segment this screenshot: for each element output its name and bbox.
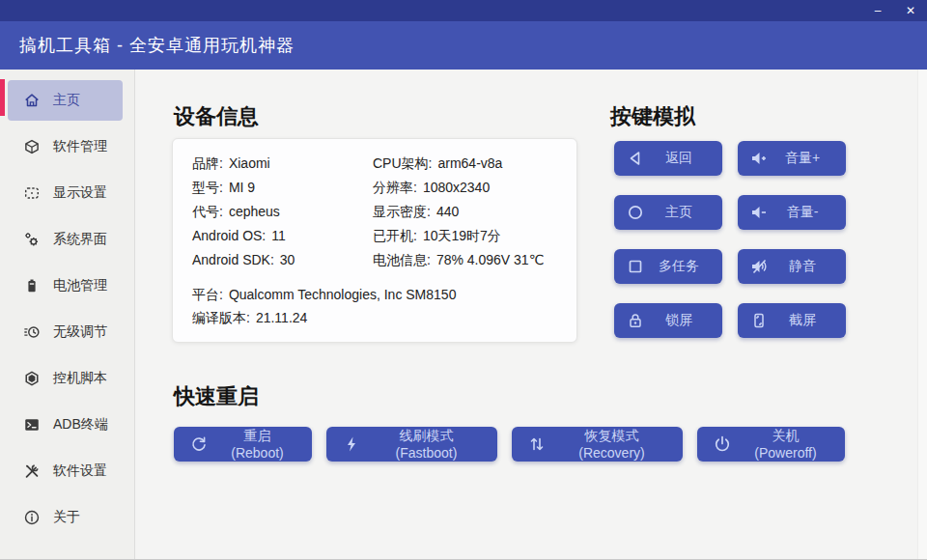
back-icon (626, 149, 645, 168)
battery-icon (23, 277, 41, 294)
sidebar-item-stepless-tuning[interactable]: 无级调节 (0, 309, 134, 355)
recents-icon (626, 257, 645, 276)
device-field-battery-info: 电池信息:78% 4.096V 31℃ (373, 248, 557, 272)
sidebar-item-label: 系统界面 (53, 231, 107, 248)
gears-icon (23, 231, 41, 248)
sidebar-item-battery[interactable]: 电池管理 (0, 263, 134, 309)
app-title: 搞机工具箱 - 全安卓通用玩机神器 (19, 34, 295, 57)
minimize-button[interactable]: – (861, 0, 894, 21)
app-window: – ✕ 搞机工具箱 - 全安卓通用玩机神器 主页 软件管理 (0, 0, 927, 560)
display-icon (23, 184, 41, 202)
volume-up-button[interactable]: 音量+ (738, 141, 846, 176)
tune-clock-icon (23, 323, 41, 341)
sidebar-item-app-settings[interactable]: 软件设置 (0, 448, 134, 494)
sidebar-item-app-manage[interactable]: 软件管理 (0, 124, 134, 170)
reboot-button[interactable]: 重启(Reboot) (174, 427, 312, 462)
back-button[interactable]: 返回 (614, 141, 722, 176)
volume-minus-icon (749, 203, 769, 222)
key-sim-grid: 返回 音量+ 主页 音量- 多任务 (614, 141, 846, 338)
device-field-android-sdk: Android SDK:30 (192, 248, 373, 272)
lock-icon (626, 311, 645, 330)
device-field-resolution: 分辨率:1080x2340 (373, 176, 557, 200)
device-field-cpu: CPU架构:arm64-v8a (373, 152, 557, 176)
sidebar-item-about[interactable]: 关于 (0, 494, 134, 541)
sidebar-item-display-settings[interactable]: 显示设置 (0, 170, 134, 216)
info-icon (23, 509, 41, 526)
sidebar-item-label: 显示设置 (53, 184, 107, 202)
mute-button[interactable]: 静音 (738, 249, 846, 284)
device-field-android-os: Android OS:11 (192, 224, 373, 248)
mute-icon (749, 257, 769, 276)
sidebar-item-label: 软件设置 (53, 462, 107, 480)
active-item-accent (0, 79, 5, 116)
poweroff-icon (713, 434, 732, 454)
sidebar-item-control-script[interactable]: 控机脚本 (0, 355, 134, 402)
device-field-codename: 代号:cepheus (192, 200, 373, 224)
sidebar-item-label: 主页 (53, 92, 80, 109)
device-field-density: 显示密度:440 (373, 200, 557, 224)
vertical-scrollbar[interactable] (917, 70, 927, 559)
close-button[interactable]: ✕ (894, 0, 927, 21)
device-field-build-version: 编译版本:21.11.24 (192, 306, 557, 329)
fastboot-button[interactable]: 线刷模式(Fastboot) (326, 427, 497, 462)
titlebar: 搞机工具箱 - 全安卓通用玩机神器 (0, 21, 927, 70)
fastboot-icon (342, 434, 361, 454)
sidebar-item-label: 无级调节 (53, 323, 107, 341)
window-controls-bar: – ✕ (0, 0, 927, 21)
sidebar-item-label: ADB终端 (53, 416, 108, 434)
lock-screen-button[interactable]: 锁屏 (614, 303, 722, 338)
sidebar-item-system-ui[interactable]: 系统界面 (0, 216, 134, 263)
package-icon (23, 138, 41, 155)
volume-down-button[interactable]: 音量- (738, 195, 846, 230)
device-info-card: 品牌:Xiaomi CPU架构:arm64-v8a 型号:MI 9 分辨率:10… (172, 138, 577, 343)
hexagon-icon (23, 370, 41, 387)
home-icon (23, 92, 41, 109)
quick-reboot-row: 重启(Reboot) 线刷模式(Fastboot) 恢复模式(Recovery)… (174, 427, 845, 462)
sidebar-item-label: 软件管理 (53, 138, 107, 155)
recovery-button[interactable]: 恢复模式(Recovery) (512, 427, 683, 462)
quick-reboot-heading: 快速重启 (174, 382, 259, 411)
sidebar-item-label: 电池管理 (53, 277, 107, 294)
screenshot-icon (749, 311, 769, 330)
recents-button[interactable]: 多任务 (614, 249, 722, 284)
device-field-brand: 品牌:Xiaomi (192, 152, 373, 176)
sidebar-item-label: 控机脚本 (53, 370, 107, 387)
sidebar: 主页 软件管理 显示设置 系统界面 (0, 70, 135, 559)
device-field-uptime: 已开机:10天19时7分 (373, 224, 557, 248)
volume-plus-icon (749, 149, 769, 168)
screenshot-button[interactable]: 截屏 (738, 303, 846, 338)
device-field-platform: 平台:Qualcomm Technologies, Inc SM8150 (192, 283, 557, 306)
home-circle-icon (626, 203, 645, 222)
tools-icon (23, 462, 41, 480)
main-content: 设备信息 品牌:Xiaomi CPU架构:arm64-v8a 型号:MI 9 分… (135, 70, 927, 559)
reboot-icon (189, 434, 209, 454)
poweroff-button[interactable]: 关机(Poweroff) (697, 427, 845, 462)
terminal-icon (23, 416, 41, 434)
home-button[interactable]: 主页 (614, 195, 722, 230)
sidebar-item-home[interactable]: 主页 (8, 80, 123, 121)
device-info-heading: 设备信息 (174, 102, 259, 131)
key-sim-heading: 按键模拟 (610, 102, 695, 131)
sidebar-item-adb-terminal[interactable]: ADB终端 (0, 402, 134, 448)
recovery-icon (527, 434, 547, 454)
sidebar-item-label: 关于 (53, 509, 80, 526)
device-field-model: 型号:MI 9 (192, 176, 373, 200)
